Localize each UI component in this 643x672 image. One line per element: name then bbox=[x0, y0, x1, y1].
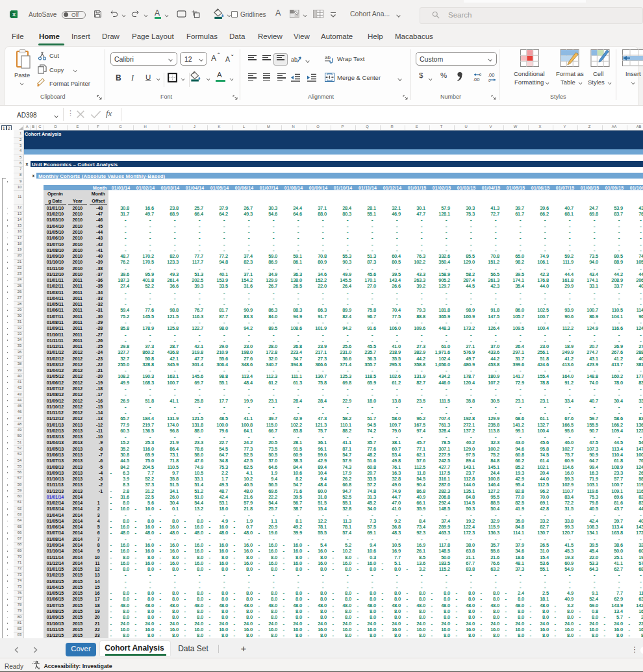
svg-text:.00: .00 bbox=[488, 72, 494, 78]
svg-text:ab: ab bbox=[325, 55, 331, 60]
svg-text:.00: .00 bbox=[473, 77, 479, 82]
svg-text:ab: ab bbox=[291, 56, 297, 63]
svg-text:X: X bbox=[12, 12, 16, 18]
svg-text:0: 0 bbox=[488, 79, 490, 82]
svg-text:0: 0 bbox=[479, 73, 481, 77]
